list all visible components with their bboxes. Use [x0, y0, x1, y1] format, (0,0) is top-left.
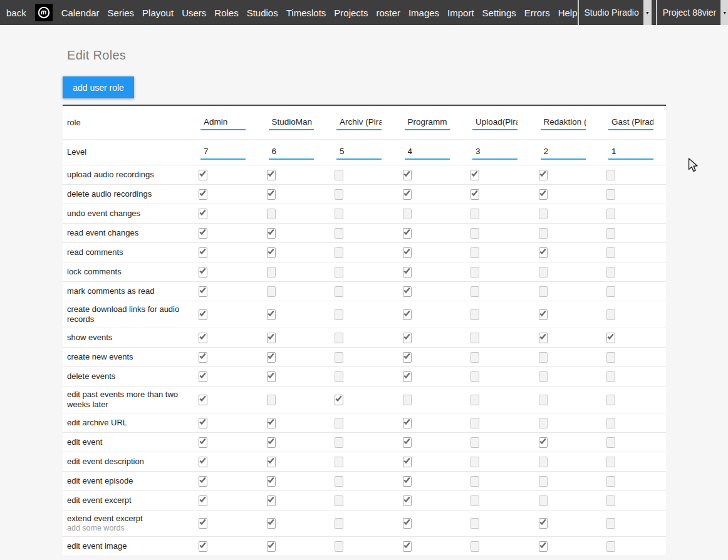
- permission-checkbox[interactable]: [403, 371, 412, 382]
- permission-checkbox[interactable]: [199, 418, 207, 428]
- permission-checkbox[interactable]: [335, 476, 343, 487]
- role-level-input[interactable]: [336, 145, 382, 160]
- permission-checkbox[interactable]: [199, 209, 207, 219]
- nav-item[interactable]: Import: [447, 8, 474, 18]
- role-level-input[interactable]: [472, 145, 517, 160]
- permission-checkbox[interactable]: [471, 309, 479, 320]
- permission-checkbox[interactable]: [606, 371, 615, 382]
- permission-checkbox[interactable]: [539, 189, 548, 200]
- permission-checkbox[interactable]: [403, 247, 412, 258]
- permission-checkbox[interactable]: [471, 418, 479, 428]
- studio-dropdown-button[interactable]: ▼: [643, 0, 652, 25]
- permission-checkbox[interactable]: [335, 333, 343, 343]
- permission-checkbox[interactable]: [606, 333, 615, 343]
- permission-checkbox[interactable]: [539, 371, 548, 382]
- permission-checkbox[interactable]: [267, 352, 276, 363]
- permission-checkbox[interactable]: [267, 541, 276, 552]
- permission-checkbox[interactable]: [267, 189, 276, 200]
- permission-checkbox[interactable]: [335, 170, 343, 180]
- nav-item[interactable]: Roles: [214, 8, 238, 18]
- permission-checkbox[interactable]: [403, 333, 412, 343]
- permission-checkbox[interactable]: [606, 352, 615, 363]
- permission-checkbox[interactable]: [199, 495, 207, 506]
- permission-checkbox[interactable]: [403, 286, 412, 297]
- permission-checkbox[interactable]: [199, 541, 207, 552]
- nav-item[interactable]: Projects: [334, 8, 368, 18]
- permission-checkbox[interactable]: [471, 352, 479, 363]
- permission-checkbox[interactable]: [403, 418, 412, 428]
- role-name-input[interactable]: [200, 115, 246, 130]
- permission-checkbox[interactable]: [199, 333, 207, 343]
- permission-checkbox[interactable]: [606, 541, 615, 552]
- permission-checkbox[interactable]: [403, 170, 412, 180]
- permission-checkbox[interactable]: [199, 189, 207, 200]
- permission-checkbox[interactable]: [199, 170, 207, 180]
- permission-checkbox[interactable]: [539, 476, 548, 487]
- permission-checkbox[interactable]: [471, 286, 479, 297]
- permission-checkbox[interactable]: [267, 333, 276, 343]
- permission-checkbox[interactable]: [335, 228, 343, 239]
- permission-checkbox[interactable]: [199, 437, 207, 448]
- nav-item[interactable]: Images: [408, 8, 439, 18]
- permission-checkbox[interactable]: [199, 228, 207, 239]
- permission-checkbox[interactable]: [606, 209, 615, 219]
- permission-checkbox[interactable]: [267, 395, 276, 405]
- permission-checkbox[interactable]: [606, 170, 615, 180]
- permission-checkbox[interactable]: [199, 457, 207, 467]
- permission-checkbox[interactable]: [335, 247, 343, 258]
- permission-checkbox[interactable]: [403, 267, 412, 277]
- permission-checkbox[interactable]: [335, 189, 343, 200]
- permission-checkbox[interactable]: [267, 170, 276, 180]
- permission-checkbox[interactable]: [403, 457, 412, 467]
- role-level-input[interactable]: [608, 145, 653, 160]
- permission-checkbox[interactable]: [335, 309, 343, 320]
- permission-checkbox[interactable]: [403, 476, 412, 487]
- role-name-input[interactable]: [541, 115, 586, 130]
- permission-checkbox[interactable]: [471, 518, 479, 529]
- permission-checkbox[interactable]: [606, 457, 615, 467]
- permission-checkbox[interactable]: [267, 309, 276, 320]
- permission-checkbox[interactable]: [335, 209, 343, 219]
- nav-item[interactable]: Calendar: [61, 8, 100, 18]
- permission-checkbox[interactable]: [199, 476, 207, 487]
- permission-checkbox[interactable]: [539, 267, 548, 277]
- role-level-input[interactable]: [541, 145, 586, 160]
- permission-checkbox[interactable]: [539, 395, 548, 405]
- permission-checkbox[interactable]: [606, 228, 615, 239]
- permission-checkbox[interactable]: [267, 247, 276, 258]
- permission-checkbox[interactable]: [539, 286, 548, 297]
- permission-checkbox[interactable]: [471, 437, 479, 448]
- permission-checkbox[interactable]: [471, 209, 479, 219]
- back-link[interactable]: back: [6, 8, 26, 18]
- permission-checkbox[interactable]: [267, 518, 276, 529]
- permission-checkbox[interactable]: [471, 333, 479, 343]
- permission-checkbox[interactable]: [267, 476, 276, 487]
- permission-checkbox[interactable]: [403, 189, 412, 200]
- permission-checkbox[interactable]: [335, 395, 343, 405]
- permission-checkbox[interactable]: [403, 437, 412, 448]
- permission-checkbox[interactable]: [539, 518, 548, 529]
- permission-checkbox[interactable]: [539, 228, 548, 239]
- permission-checkbox[interactable]: [335, 541, 343, 552]
- permission-checkbox[interactable]: [539, 309, 548, 320]
- nav-item[interactable]: roster: [377, 8, 400, 18]
- permission-checkbox[interactable]: [471, 371, 479, 382]
- permission-checkbox[interactable]: [471, 189, 479, 200]
- permission-checkbox[interactable]: [539, 418, 548, 428]
- permission-checkbox[interactable]: [199, 309, 207, 320]
- permission-checkbox[interactable]: [606, 437, 615, 448]
- permission-checkbox[interactable]: [335, 437, 343, 448]
- permission-checkbox[interactable]: [403, 518, 412, 529]
- permission-checkbox[interactable]: [199, 267, 207, 277]
- permission-checkbox[interactable]: [199, 247, 207, 258]
- permission-checkbox[interactable]: [403, 352, 412, 363]
- permission-checkbox[interactable]: [539, 352, 548, 363]
- permission-checkbox[interactable]: [606, 189, 615, 200]
- permission-checkbox[interactable]: [539, 457, 548, 467]
- role-name-input[interactable]: [269, 115, 314, 130]
- nav-item[interactable]: Help: [558, 8, 578, 18]
- role-name-input[interactable]: [608, 115, 653, 130]
- permission-checkbox[interactable]: [335, 371, 343, 382]
- permission-checkbox[interactable]: [471, 395, 479, 405]
- permission-checkbox[interactable]: [335, 267, 343, 277]
